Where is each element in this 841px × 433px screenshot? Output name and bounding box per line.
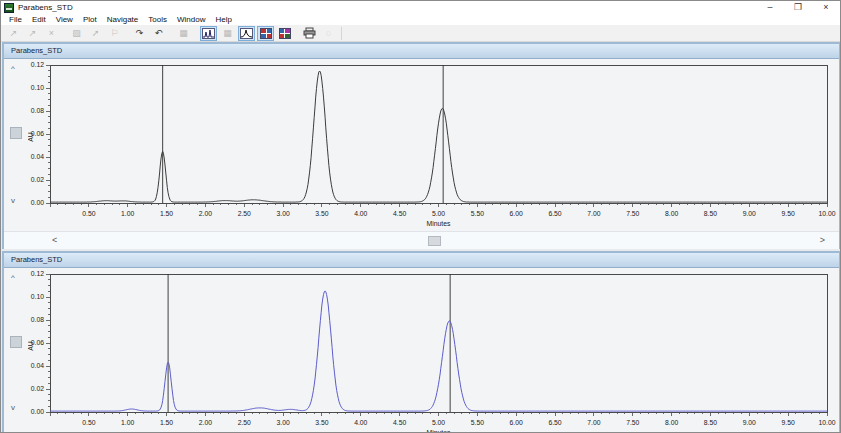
svg-text:2.50: 2.50: [238, 419, 251, 426]
svg-text:2.00: 2.00: [199, 210, 212, 217]
svg-text:8.50: 8.50: [704, 419, 717, 426]
svg-text:2.00: 2.00: [199, 419, 212, 426]
svg-text:0.50: 0.50: [82, 419, 95, 426]
mixed-view-icon[interactable]: [257, 26, 274, 41]
svg-text:4.50: 4.50: [393, 210, 406, 217]
chromatogram-plot-1[interactable]: 0.501.001.502.002.503.003.504.004.505.00…: [28, 59, 839, 231]
menu-window[interactable]: Window: [172, 14, 210, 25]
svg-text:3.50: 3.50: [315, 210, 328, 217]
pane1-header[interactable]: Parabens_STD: [4, 44, 839, 59]
menu-view[interactable]: View: [51, 14, 78, 25]
chromatogram-pane-1: Parabens_STD ^ v 0.501.001.502.002.503.0…: [2, 42, 841, 249]
pane1-vertical-scrollbar: ^ v: [4, 59, 27, 209]
undo-zoom-icon[interactable]: ↶: [150, 26, 167, 41]
svg-text:7.50: 7.50: [626, 210, 639, 217]
scroll-up-icon[interactable]: ^: [11, 274, 15, 282]
menu-plot[interactable]: Plot: [78, 14, 102, 25]
svg-text:6.50: 6.50: [548, 210, 561, 217]
svg-text:0.00: 0.00: [31, 199, 44, 206]
svg-text:4.00: 4.00: [354, 210, 367, 217]
toolbar: ↗↗×▨➚⚐↷↶▦▦◌: [1, 25, 840, 42]
svg-text:1.50: 1.50: [160, 419, 173, 426]
chromatogram-plot-2[interactable]: 0.501.001.502.002.503.003.504.004.505.00…: [28, 268, 839, 432]
pane2-vertical-scrollbar: ^ v: [4, 268, 27, 418]
minimize-button[interactable]: –: [756, 1, 784, 14]
annotate-icon[interactable]: ⚐: [106, 26, 123, 41]
svg-text:7.00: 7.00: [587, 419, 600, 426]
menu-file[interactable]: File: [4, 14, 27, 25]
pane2-title: Parabens_STD: [11, 255, 62, 264]
chromatogram-pane-2: Parabens_STD ^ v 0.501.001.502.002.503.0…: [2, 251, 841, 433]
pane2-header[interactable]: Parabens_STD: [4, 253, 839, 268]
scroll-down-icon[interactable]: v: [11, 197, 15, 205]
svg-text:0.12: 0.12: [31, 270, 44, 277]
grid-view-icon[interactable]: [276, 26, 293, 41]
svg-text:0.12: 0.12: [31, 61, 44, 68]
svg-text:9.50: 9.50: [782, 419, 795, 426]
table-view-icon[interactable]: ▦: [219, 26, 236, 41]
svg-text:7.50: 7.50: [626, 419, 639, 426]
svg-text:2.50: 2.50: [238, 210, 251, 217]
scroll-left-icon[interactable]: <: [52, 235, 57, 245]
pane1-body: ^ v 0.501.001.502.002.503.003.504.004.50…: [4, 59, 839, 231]
svg-text:AU: AU: [28, 341, 34, 351]
svg-text:8.00: 8.00: [665, 210, 678, 217]
svg-text:10.00: 10.00: [818, 210, 835, 217]
title-bar: Parabens_STD – ❐ ×: [1, 1, 840, 14]
help-icon[interactable]: ◌: [320, 26, 337, 41]
scroll-down-icon[interactable]: v: [11, 404, 15, 412]
redo-zoom-icon[interactable]: ↷: [131, 26, 148, 41]
save-layout-icon[interactable]: ▦: [175, 26, 192, 41]
app-window: Parabens_STD – ❐ × File Edit View Plot N…: [0, 0, 841, 433]
zoom-next-icon[interactable]: ↗: [24, 26, 41, 41]
pane1-title: Parabens_STD: [11, 46, 62, 55]
svg-text:0.10: 0.10: [31, 84, 44, 91]
pane1-vscroll-thumb[interactable]: [10, 127, 22, 139]
svg-text:8.00: 8.00: [665, 419, 678, 426]
zoom-previous-icon[interactable]: ↗: [5, 26, 22, 41]
svg-text:0.02: 0.02: [31, 385, 44, 392]
svg-text:3.00: 3.00: [276, 210, 289, 217]
svg-text:0.04: 0.04: [31, 153, 44, 160]
svg-text:3.50: 3.50: [315, 419, 328, 426]
spectrum-view-icon[interactable]: [238, 26, 255, 41]
scroll-right-icon[interactable]: >: [820, 235, 825, 245]
menu-edit[interactable]: Edit: [27, 14, 51, 25]
svg-text:10.00: 10.00: [818, 419, 835, 426]
move-trace-icon[interactable]: ➚: [87, 26, 104, 41]
svg-text:0.10: 0.10: [31, 293, 44, 300]
scroll-up-icon[interactable]: ^: [11, 65, 15, 73]
svg-text:0.00: 0.00: [31, 408, 44, 415]
svg-text:7.00: 7.00: [587, 210, 600, 217]
maximize-button[interactable]: ❐: [784, 1, 812, 14]
print-icon[interactable]: [301, 26, 318, 41]
svg-text:1.00: 1.00: [121, 419, 134, 426]
pane1-hscroll-thumb[interactable]: [428, 236, 441, 246]
svg-text:5.50: 5.50: [471, 419, 484, 426]
menu-help[interactable]: Help: [210, 14, 236, 25]
svg-text:Minutes: Minutes: [427, 429, 451, 432]
svg-text:4.50: 4.50: [393, 419, 406, 426]
svg-text:9.50: 9.50: [782, 210, 795, 217]
svg-text:6.00: 6.00: [510, 419, 523, 426]
menu-tools[interactable]: Tools: [143, 14, 172, 25]
svg-text:0.02: 0.02: [31, 176, 44, 183]
svg-text:Minutes: Minutes: [427, 220, 451, 227]
svg-text:0.50: 0.50: [82, 210, 95, 217]
svg-text:6.50: 6.50: [548, 419, 561, 426]
svg-text:1.50: 1.50: [160, 210, 173, 217]
pane1-horizontal-scrollbar: < >: [4, 231, 839, 249]
svg-text:8.50: 8.50: [704, 210, 717, 217]
menu-bar: File Edit View Plot Navigate Tools Windo…: [1, 14, 840, 25]
menu-navigate[interactable]: Navigate: [102, 14, 144, 25]
svg-text:9.00: 9.00: [743, 210, 756, 217]
pane2-vscroll-thumb[interactable]: [10, 336, 22, 348]
overlay-plots-icon[interactable]: ▨: [68, 26, 85, 41]
chromatogram-view-icon[interactable]: [200, 26, 217, 41]
svg-text:5.00: 5.00: [432, 419, 445, 426]
app-icon: [4, 3, 14, 13]
svg-text:9.00: 9.00: [743, 419, 756, 426]
close-button[interactable]: ×: [812, 1, 840, 14]
svg-text:0.08: 0.08: [31, 316, 44, 323]
clear-overlay-icon[interactable]: ×: [43, 26, 60, 41]
